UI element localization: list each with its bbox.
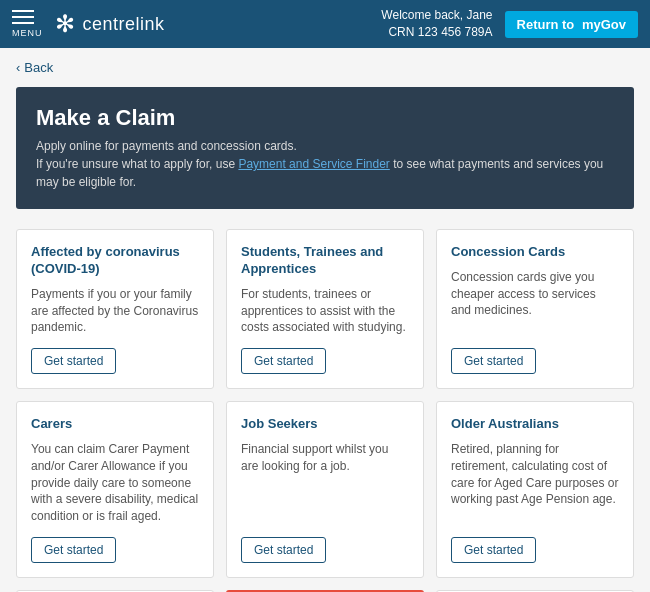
card-title-carers: Carers: [31, 416, 199, 433]
card-description-students: For students, trainees or apprentices to…: [241, 286, 409, 336]
card-title-concession: Concession Cards: [451, 244, 619, 261]
welcome-info: Welcome back, Jane CRN 123 456 789A: [381, 7, 492, 41]
get-started-btn-jobseekers[interactable]: Get started: [241, 537, 326, 563]
menu-label: MENU: [12, 28, 43, 38]
menu-bar-1: [12, 10, 34, 12]
crn: CRN 123 456 789A: [381, 24, 492, 41]
card-description-jobseekers: Financial support whilst you are looking…: [241, 441, 409, 525]
card-carers: CarersYou can claim Carer Payment and/or…: [16, 401, 214, 578]
menu-button[interactable]: MENU: [12, 10, 43, 38]
return-text: Return to: [517, 17, 575, 32]
card-students: Students, Trainees and ApprenticesFor st…: [226, 229, 424, 389]
claims-grid: Affected by coronavirus (COVID-19)Paymen…: [16, 229, 634, 592]
card-description-carers: You can claim Carer Payment and/or Carer…: [31, 441, 199, 525]
header: MENU ✻ centrelink Welcome back, Jane CRN…: [0, 0, 650, 48]
logo-text: centrelink: [83, 14, 165, 35]
payment-finder-link[interactable]: Payment and Service Finder: [238, 157, 389, 171]
banner-subtitle: Apply online for payments and concession…: [36, 137, 614, 155]
card-title-students: Students, Trainees and Apprentices: [241, 244, 409, 278]
card-description-concession: Concession cards give you cheaper access…: [451, 269, 619, 336]
card-older: Older AustraliansRetired, planning for r…: [436, 401, 634, 578]
card-covid: Affected by coronavirus (COVID-19)Paymen…: [16, 229, 214, 389]
banner-title: Make a Claim: [36, 105, 614, 131]
menu-bar-3: [12, 22, 34, 24]
card-title-covid: Affected by coronavirus (COVID-19): [31, 244, 199, 278]
get-started-btn-concession[interactable]: Get started: [451, 348, 536, 374]
banner-description: If you're unsure what to apply for, use …: [36, 155, 614, 191]
card-title-older: Older Australians: [451, 416, 619, 433]
back-link[interactable]: ‹ Back: [16, 60, 53, 75]
get-started-btn-older[interactable]: Get started: [451, 537, 536, 563]
welcome-name: Welcome back, Jane: [381, 7, 492, 24]
card-concession: Concession CardsConcession cards give yo…: [436, 229, 634, 389]
main-content: ‹ Back Make a Claim Apply online for pay…: [0, 48, 650, 592]
get-started-btn-covid[interactable]: Get started: [31, 348, 116, 374]
card-description-covid: Payments if you or your family are affec…: [31, 286, 199, 336]
card-title-jobseekers: Job Seekers: [241, 416, 409, 433]
card-jobseekers: Job SeekersFinancial support whilst you …: [226, 401, 424, 578]
mygov-text: myGov: [582, 17, 626, 32]
back-chevron-icon: ‹: [16, 60, 20, 75]
get-started-btn-students[interactable]: Get started: [241, 348, 326, 374]
get-started-btn-carers[interactable]: Get started: [31, 537, 116, 563]
logo-area: ✻ centrelink: [55, 10, 382, 38]
make-a-claim-banner: Make a Claim Apply online for payments a…: [16, 87, 634, 209]
centrelink-star-icon: ✻: [55, 10, 75, 38]
back-label: Back: [24, 60, 53, 75]
card-description-older: Retired, planning for retirement, calcul…: [451, 441, 619, 525]
header-right: Welcome back, Jane CRN 123 456 789A Retu…: [381, 7, 638, 41]
menu-bar-2: [12, 16, 34, 18]
return-to-mygov-button[interactable]: Return to myGov: [505, 11, 638, 38]
